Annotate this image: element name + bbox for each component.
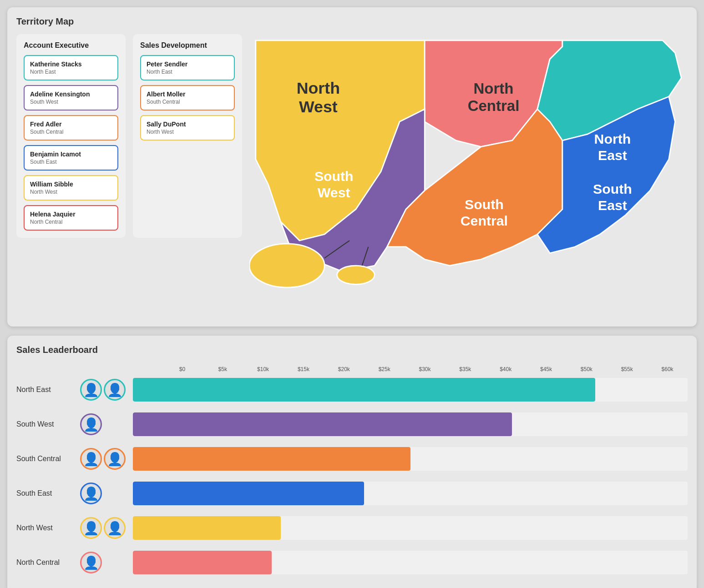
sd-person-card[interactable]: Peter Sendler North East	[140, 55, 235, 80]
axis-label: $15k	[284, 366, 324, 372]
avatar: 👤	[80, 482, 102, 504]
bar	[133, 378, 595, 402]
axis-label: $35k	[445, 366, 486, 372]
region-label: South East	[16, 489, 80, 498]
hawaii-region	[337, 266, 375, 284]
nw-label2: West	[299, 98, 338, 116]
leaderboard-content: $0$5k$10k$15k$20k$25k$30k$35k$40k$45k$50…	[16, 362, 688, 576]
avatar-group: 👤	[80, 482, 126, 504]
leaderboard-row: North Central👤	[16, 549, 688, 576]
ae-column-title: Account Executive	[24, 41, 118, 50]
sd-person-card[interactable]: Sally DuPont North West	[140, 115, 235, 141]
person-name: William Sibble	[30, 181, 112, 188]
region-label: South West	[16, 420, 80, 428]
ne-label: North	[594, 131, 631, 146]
person-region: North East	[147, 69, 228, 75]
person-region: South Central	[147, 99, 228, 105]
region-label: North East	[16, 386, 80, 394]
ae-person-card[interactable]: Helena Jaquier North Central	[24, 205, 118, 231]
axis-label: $55k	[607, 366, 647, 372]
person-name: Albert Moller	[147, 90, 228, 98]
region-label: North West	[16, 524, 80, 532]
nw-label: North	[297, 79, 340, 97]
avatar: 👤	[104, 379, 126, 401]
territory-map-content: Account Executive Katherine Stacks North…	[16, 34, 688, 317]
avatar: 👤	[80, 552, 102, 573]
leaderboard-row: South West👤	[16, 411, 688, 438]
bar-container	[133, 482, 688, 505]
region-label: South Central	[16, 455, 80, 463]
nc-label: North	[474, 80, 514, 97]
leaderboard-title: Sales Leaderboard	[16, 345, 688, 355]
bar	[133, 482, 364, 505]
bar-container	[133, 551, 688, 574]
ae-person-card[interactable]: Katherine Stacks North East	[24, 55, 118, 80]
person-name: Sally DuPont	[147, 121, 228, 128]
ae-person-card[interactable]: Adeline Kensington South West	[24, 85, 118, 111]
person-name: Adeline Kensington	[30, 90, 112, 98]
axis-labels: $0$5k$10k$15k$20k$25k$30k$35k$40k$45k$50…	[162, 366, 688, 372]
axis-label: $40k	[486, 366, 526, 372]
account-executive-column: Account Executive Katherine Stacks North…	[16, 34, 126, 238]
person-region: North West	[30, 189, 112, 195]
region-label: North Central	[16, 558, 80, 567]
sales-dev-column: Sales Development Peter Sendler North Ea…	[133, 34, 242, 238]
person-region: North West	[147, 129, 228, 135]
leaderboard-row: North East👤👤	[16, 376, 688, 403]
person-region: South Central	[30, 129, 112, 135]
leaderboard-rows: North East👤👤South West👤South Central👤👤So…	[16, 376, 688, 576]
sc-label: South	[465, 197, 504, 212]
se-label: South	[593, 181, 632, 196]
sd-column-title: Sales Development	[140, 41, 235, 50]
avatar-group: 👤	[80, 552, 126, 573]
axis-label: $50k	[566, 366, 607, 372]
ae-person-card[interactable]: Benjamin Icamot South East	[24, 145, 118, 171]
avatar: 👤	[80, 517, 102, 539]
bar	[133, 447, 410, 471]
avatar: 👤	[104, 448, 126, 470]
person-name: Fred Adler	[30, 121, 112, 128]
ne-label2: East	[598, 148, 627, 163]
ae-person-card[interactable]: William Sibble North West	[24, 175, 118, 201]
person-name: Peter Sendler	[147, 60, 228, 68]
bar	[133, 412, 512, 436]
sw-label: South	[314, 169, 354, 184]
axis-label: $45k	[526, 366, 567, 372]
territory-map-panel: Territory Map Account Executive Katherin…	[7, 7, 697, 327]
alaska-region	[249, 244, 324, 287]
person-name: Katherine Stacks	[30, 60, 112, 68]
avatar: 👤	[80, 413, 102, 435]
axis-label: $0	[162, 366, 203, 372]
bar-container	[133, 412, 688, 436]
axis-label: $25k	[364, 366, 405, 372]
person-region: South West	[30, 99, 112, 105]
person-region: North East	[30, 69, 112, 75]
avatar: 👤	[80, 448, 102, 470]
person-name: Benjamin Icamot	[30, 151, 112, 158]
bar	[133, 516, 281, 540]
leaderboard-panel: Sales Leaderboard $0$5k$10k$15k$20k$25k$…	[7, 336, 697, 588]
ae-person-card[interactable]: Fred Adler South Central	[24, 115, 118, 141]
territory-map-title: Territory Map	[16, 16, 688, 27]
avatar-group: 👤👤	[80, 379, 126, 401]
avatar-group: 👤	[80, 413, 126, 435]
avatar: 👤	[104, 517, 126, 539]
sw-label2: West	[318, 185, 350, 200]
avatar: 👤	[80, 379, 102, 401]
axis-label: $5k	[203, 366, 243, 372]
person-region: South East	[30, 159, 112, 165]
axis-label: $60k	[647, 366, 688, 372]
ae-cards-list: Katherine Stacks North East Adeline Kens…	[24, 55, 118, 231]
us-map-area: North West North Central South West Sout…	[249, 34, 688, 317]
sd-person-card[interactable]: Albert Moller South Central	[140, 85, 235, 111]
bar-container	[133, 378, 688, 402]
nc-label2: Central	[468, 97, 520, 114]
bar-container	[133, 516, 688, 540]
leaderboard-row: South East👤	[16, 480, 688, 507]
avatar-group: 👤👤	[80, 517, 126, 539]
bar	[133, 551, 272, 574]
us-map-svg: North West North Central South West Sout…	[249, 34, 688, 316]
axis-label: $10k	[243, 366, 284, 372]
avatar-group: 👤👤	[80, 448, 126, 470]
sd-cards-list: Peter Sendler North East Albert Moller S…	[140, 55, 235, 141]
